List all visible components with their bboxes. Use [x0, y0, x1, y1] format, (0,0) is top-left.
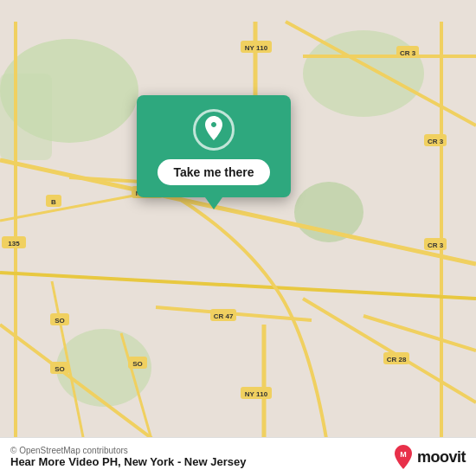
moovit-brand-icon: M — [393, 445, 414, 469]
svg-text:CR 28: CR 28 — [387, 356, 407, 363]
svg-text:CR 3: CR 3 — [428, 241, 444, 249]
svg-text:SO: SO — [55, 365, 65, 373]
svg-text:CR 3: CR 3 — [428, 138, 444, 145]
moovit-logo: M moovit — [393, 445, 466, 469]
svg-text:M: M — [400, 450, 407, 459]
bottom-left-info: © OpenStreetMap contributors Hear More V… — [10, 446, 246, 468]
svg-text:NY 110: NY 110 — [245, 44, 268, 52]
osm-credit: © OpenStreetMap contributors — [10, 446, 246, 455]
take-me-there-button[interactable]: Take me there — [158, 159, 269, 185]
location-name: Hear More Video PH, New York - New Jerse… — [10, 455, 246, 468]
svg-text:SO: SO — [132, 360, 143, 368]
location-icon-wrapper — [193, 109, 235, 151]
svg-point-2 — [303, 30, 424, 117]
bottom-bar: © OpenStreetMap contributors Hear More V… — [0, 437, 476, 476]
map-container: NY 110 CR 3 CR 3 CR 3 NY 109 B 135 CR 47… — [0, 0, 476, 476]
svg-text:B: B — [51, 198, 56, 206]
svg-text:CR 3: CR 3 — [400, 49, 416, 57]
svg-text:NY 110: NY 110 — [245, 390, 268, 398]
svg-text:SO: SO — [55, 317, 65, 325]
location-pin-icon — [202, 116, 226, 144]
moovit-brand-text: moovit — [417, 448, 466, 466]
svg-rect-5 — [0, 74, 52, 160]
svg-text:135: 135 — [8, 240, 20, 248]
popup-card: Take me there — [137, 95, 291, 197]
svg-text:CR 47: CR 47 — [214, 312, 234, 320]
